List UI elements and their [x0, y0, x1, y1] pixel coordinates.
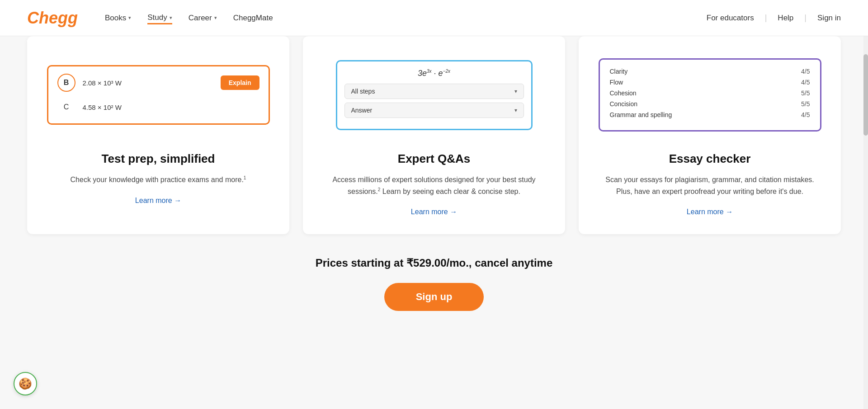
- rubric-row-concision: Concision 5/5: [610, 100, 810, 108]
- answer-dropdown[interactable]: Answer ▾: [344, 103, 524, 118]
- rubric-score-grammar: 4/5: [801, 111, 810, 118]
- test-prep-widget: B 2.08 × 10³ W Explain C 4.58 × 10² W: [47, 65, 270, 125]
- essay-checker-widget: Clarity 4/5 Flow 4/5 Cohesion 5/5 Concis…: [599, 58, 821, 132]
- rubric-label-cohesion: Cohesion: [610, 89, 637, 97]
- rubric-row-cohesion: Cohesion 5/5: [610, 89, 810, 97]
- test-prep-title: Test prep, simplified: [88, 152, 229, 166]
- all-steps-dropdown[interactable]: All steps ▾: [344, 84, 524, 99]
- chevron-down-icon: ▾: [514, 107, 517, 113]
- for-educators-link[interactable]: For educators: [707, 14, 754, 23]
- scrollbar-thumb[interactable]: [863, 54, 868, 136]
- nav-divider-2: |: [804, 13, 807, 23]
- nav-item-career[interactable]: Career ▾: [189, 12, 217, 24]
- rubric-row-clarity: Clarity 4/5: [610, 68, 810, 75]
- cookie-consent-button[interactable]: 🍪: [14, 372, 37, 395]
- rubric-row-grammar: Grammar and spelling 4/5: [610, 111, 810, 118]
- pricing-text: Prices starting at ₹529.00/mo., cancel a…: [27, 257, 841, 269]
- test-prep-learn-more[interactable]: Learn more →: [135, 197, 181, 205]
- chevron-down-icon: ▾: [170, 15, 172, 21]
- chegg-logo[interactable]: Chegg: [27, 9, 78, 28]
- card-expert-qa: 3e3x · e−2x All steps ▾ Answer ▾ Expert …: [303, 36, 565, 234]
- rubric-score-cohesion: 5/5: [801, 89, 810, 97]
- math-expression: 3e3x · e−2x: [344, 69, 524, 78]
- rubric-score-clarity: 4/5: [801, 68, 810, 75]
- help-link[interactable]: Help: [778, 14, 793, 23]
- sup-1: 1: [244, 175, 246, 180]
- pricing-section: Prices starting at ₹529.00/mo., cancel a…: [27, 257, 841, 311]
- answer-label: Answer: [351, 107, 373, 114]
- rubric-label-concision: Concision: [610, 100, 637, 108]
- card-essay-checker: Clarity 4/5 Flow 4/5 Cohesion 5/5 Concis…: [579, 36, 841, 234]
- chevron-down-icon: ▾: [514, 88, 517, 94]
- essay-checker-desc: Scan your essays for plagiarism, grammar…: [579, 174, 841, 197]
- card-1-row-c: C 4.58 × 10² W: [57, 98, 259, 116]
- card-test-prep: B 2.08 × 10³ W Explain C 4.58 × 10² W Te…: [27, 36, 289, 234]
- cookie-icon: 🍪: [19, 377, 32, 390]
- nav-divider: |: [765, 13, 767, 23]
- card-1-image: B 2.08 × 10³ W Explain C 4.58 × 10² W: [27, 36, 289, 136]
- scrollbar[interactable]: [863, 0, 868, 409]
- rubric-score-flow: 4/5: [801, 79, 810, 86]
- value-c: 4.58 × 10² W: [83, 103, 259, 111]
- essay-checker-learn-more[interactable]: Learn more →: [687, 208, 733, 216]
- nav-item-study[interactable]: Study ▾: [147, 11, 172, 24]
- expert-qa-desc: Access millions of expert solutions desi…: [303, 174, 565, 197]
- letter-c: C: [57, 98, 75, 116]
- value-b: 2.08 × 10³ W: [83, 79, 213, 87]
- nav-links: Books ▾ Study ▾ Career ▾ CheggMate: [105, 11, 707, 24]
- essay-checker-title: Essay checker: [656, 152, 764, 166]
- rubric-score-concision: 5/5: [801, 100, 810, 108]
- rubric-label-clarity: Clarity: [610, 68, 628, 75]
- card-3-image: Clarity 4/5 Flow 4/5 Cohesion 5/5 Concis…: [579, 36, 841, 136]
- card-1-row-b: B 2.08 × 10³ W Explain: [57, 74, 259, 92]
- signup-button[interactable]: Sign up: [384, 283, 484, 311]
- rubric-label-flow: Flow: [610, 79, 623, 86]
- nav-item-books[interactable]: Books ▾: [105, 12, 131, 24]
- letter-b-circle: B: [57, 74, 75, 92]
- chevron-down-icon: ▾: [128, 15, 131, 21]
- sign-in-link[interactable]: Sign in: [817, 14, 841, 23]
- expert-qa-widget: 3e3x · e−2x All steps ▾ Answer ▾: [336, 60, 533, 130]
- rubric-label-grammar: Grammar and spelling: [610, 111, 672, 118]
- test-prep-desc: Check your knowledge with practice exams…: [52, 174, 264, 186]
- nav-right: For educators | Help | Sign in: [707, 13, 841, 23]
- main-content: B 2.08 × 10³ W Explain C 4.58 × 10² W Te…: [0, 36, 868, 338]
- chevron-down-icon: ▾: [214, 15, 217, 21]
- rubric-row-flow: Flow 4/5: [610, 79, 810, 86]
- navbar: Chegg Books ▾ Study ▾ Career ▾ CheggMate…: [0, 0, 868, 36]
- expert-qa-title: Expert Q&As: [384, 152, 484, 166]
- cards-row: B 2.08 × 10³ W Explain C 4.58 × 10² W Te…: [27, 36, 841, 234]
- explain-button[interactable]: Explain: [221, 75, 259, 90]
- card-2-image: 3e3x · e−2x All steps ▾ Answer ▾: [303, 36, 565, 136]
- all-steps-label: All steps: [351, 88, 375, 95]
- expert-qa-learn-more[interactable]: Learn more →: [411, 208, 457, 216]
- nav-item-cheggmate[interactable]: CheggMate: [233, 12, 273, 24]
